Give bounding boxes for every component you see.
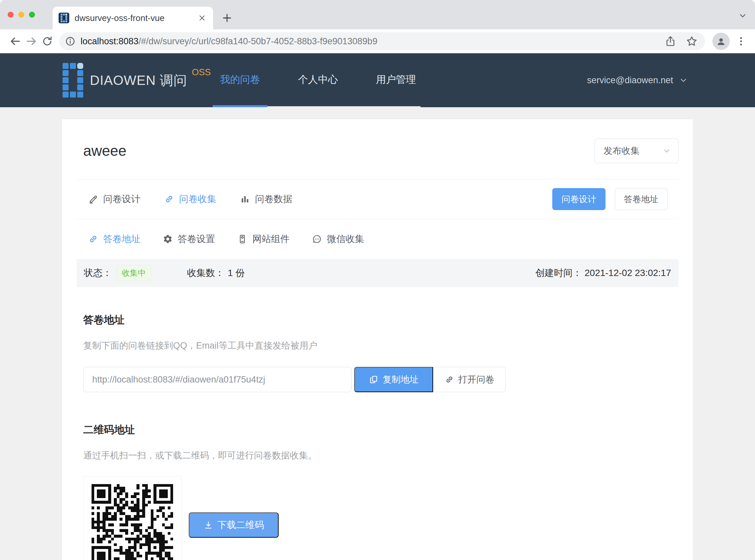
- nav-item-user-management[interactable]: 用户管理: [371, 53, 421, 106]
- nav-item-my-surveys[interactable]: 我的问卷: [216, 53, 265, 106]
- brand-badge: OSS: [192, 67, 211, 78]
- browser-toolbar: localhost:8083/#/dw/survey/c/url/c98fa14…: [0, 29, 755, 53]
- diaowen-logo-icon: [63, 63, 83, 98]
- answer-url-row: 复制地址 打开问卷: [83, 367, 672, 392]
- widget-icon: [237, 234, 248, 244]
- survey-tabs: 问卷设计 问卷收集 问卷数据 问卷设计 答卷地址: [62, 179, 693, 219]
- subtab-label: 网站组件: [252, 233, 290, 245]
- subtab-site-widget[interactable]: 网站组件: [237, 233, 290, 245]
- qrcode-box: [83, 476, 181, 560]
- collect-count-value: 1 份: [228, 267, 245, 279]
- chevron-down-icon: [662, 146, 671, 156]
- tab-search-chevron-icon[interactable]: [737, 10, 748, 21]
- browser-window: dwsurvey-oss-front-vue localhost:8083/#/…: [0, 0, 755, 560]
- section-heading: 二维码地址: [83, 423, 672, 437]
- nav-item-personal-center[interactable]: 个人中心: [293, 53, 343, 106]
- bar-chart-icon: [240, 194, 250, 204]
- section-description: 复制下面的问卷链接到QQ，Email等工具中直接发给被用户: [83, 340, 672, 352]
- browser-profile-avatar[interactable]: [712, 33, 730, 50]
- chevron-down-icon: [678, 75, 689, 85]
- url-text: localhost:8083/#/dw/survey/c/url/c98fa14…: [81, 36, 378, 47]
- url-bar[interactable]: localhost:8083/#/dw/survey/c/url/c98fa14…: [59, 32, 705, 50]
- subtab-wechat-collect[interactable]: 微信收集: [311, 233, 364, 245]
- url-host: localhost:8083: [81, 36, 139, 46]
- reload-button[interactable]: [39, 33, 55, 49]
- share-icon[interactable]: [665, 35, 676, 47]
- copy-address-button[interactable]: 复制地址: [354, 367, 433, 392]
- section-heading: 答卷地址: [83, 313, 672, 327]
- window-controls: [8, 12, 35, 18]
- created-time-label: 创建时间：: [535, 267, 582, 279]
- bookmark-star-icon[interactable]: [686, 35, 698, 47]
- qrcode-section: 二维码地址 通过手机扫一扫，或下载二维码，即可进行问卷数据收集。 下载二维码: [62, 423, 693, 560]
- status-badge: 收集中: [117, 265, 151, 281]
- tab-title: dwsurvey-oss-front-vue: [75, 13, 193, 23]
- back-button[interactable]: [7, 33, 23, 49]
- tab-survey-data[interactable]: 问卷数据: [240, 193, 292, 205]
- created-time-value: 2021-12-02 23:02:17: [585, 268, 671, 278]
- collect-count-label: 收集数：: [187, 267, 224, 279]
- tab-survey-design[interactable]: 问卷设计: [88, 193, 141, 205]
- qrcode-row: 下载二维码: [83, 476, 672, 560]
- nav-label: 用户管理: [376, 73, 416, 86]
- answer-address-button[interactable]: 答卷地址: [615, 188, 668, 210]
- created-time: 创建时间： 2021-12-02 23:02:17: [535, 267, 671, 279]
- brand-name: DIAOWEN 调问: [90, 71, 187, 89]
- tab-close-icon[interactable]: [197, 13, 207, 23]
- browser-menu-icon[interactable]: [734, 35, 748, 48]
- account-email: service@diaowen.net: [587, 75, 673, 85]
- survey-design-button[interactable]: 问卷设计: [552, 188, 606, 210]
- main-nav: 我的问卷 个人中心 用户管理: [216, 53, 421, 107]
- forward-button[interactable]: [23, 33, 39, 49]
- section-description: 通过手机扫一扫，或下载二维码，即可进行问卷数据收集。: [83, 449, 672, 461]
- site-info-icon[interactable]: [65, 36, 76, 47]
- answer-url-input[interactable]: [83, 367, 351, 392]
- open-survey-label: 打开问卷: [458, 374, 494, 385]
- subtab-label: 微信收集: [327, 233, 364, 245]
- favicon-grid: [60, 13, 67, 23]
- qr-code: [91, 484, 174, 560]
- action-buttons: 问卷设计 答卷地址: [552, 188, 668, 210]
- link-icon: [88, 234, 99, 244]
- copy-icon: [369, 375, 379, 384]
- title-row: aweee 发布收集: [62, 119, 693, 179]
- close-window-button[interactable]: [8, 12, 14, 18]
- survey-title: aweee: [83, 142, 126, 159]
- answer-address-section: 答卷地址 复制下面的问卷链接到QQ，Email等工具中直接发给被用户 复制地址: [62, 313, 693, 392]
- url-button-group: 复制地址 打开问卷: [354, 367, 506, 392]
- subtab-label: 答卷设置: [178, 233, 215, 245]
- pencil-icon: [88, 194, 99, 204]
- status-bar: 状态： 收集中 收集数： 1 份 创建时间： 2021-12-02 23:02:…: [77, 259, 678, 287]
- chat-bubble-icon: [311, 234, 322, 244]
- open-survey-button[interactable]: 打开问卷: [433, 367, 506, 392]
- nav-label: 我的问卷: [220, 73, 260, 86]
- download-qrcode-label: 下载二维码: [217, 519, 264, 532]
- url-path: /#/dw/survey/c/url/c98fa140-50b7-4052-88…: [139, 36, 378, 46]
- collect-subtabs: 答卷地址 答卷设置 网站组件: [62, 219, 693, 259]
- publish-select[interactable]: 发布收集: [595, 139, 678, 163]
- page-background: aweee 发布收集 问卷设计 问卷收集: [0, 107, 755, 560]
- subtab-answer-settings[interactable]: 答卷设置: [162, 233, 215, 245]
- favicon: [59, 13, 69, 23]
- download-icon: [203, 520, 213, 530]
- tab-label: 问卷数据: [255, 193, 292, 205]
- tab-label: 问卷收集: [179, 193, 217, 205]
- browser-tab[interactable]: dwsurvey-oss-front-vue: [53, 7, 213, 29]
- subtab-answer-address[interactable]: 答卷地址: [88, 233, 141, 245]
- gear-icon: [162, 234, 173, 244]
- minimize-window-button[interactable]: [18, 12, 24, 18]
- app-header: DIAOWEN 调问 OSS 我的问卷 个人中心 用户管理 service@di…: [0, 53, 755, 107]
- collect-count: 收集数： 1 份: [187, 267, 245, 279]
- maximize-window-button[interactable]: [29, 12, 35, 18]
- status-label: 状态：: [84, 267, 112, 279]
- download-qrcode-button[interactable]: 下载二维码: [189, 513, 279, 538]
- link-icon: [444, 375, 454, 384]
- tab-survey-collect[interactable]: 问卷收集: [164, 193, 217, 205]
- new-tab-button[interactable]: [221, 12, 233, 24]
- account-menu[interactable]: service@diaowen.net: [587, 53, 689, 107]
- brand: DIAOWEN 调问 OSS: [63, 53, 211, 107]
- tab-label: 问卷设计: [103, 193, 141, 205]
- nav-label: 个人中心: [298, 73, 338, 86]
- survey-card: aweee 发布收集 问卷设计 问卷收集: [62, 119, 693, 560]
- subtab-label: 答卷地址: [103, 233, 141, 245]
